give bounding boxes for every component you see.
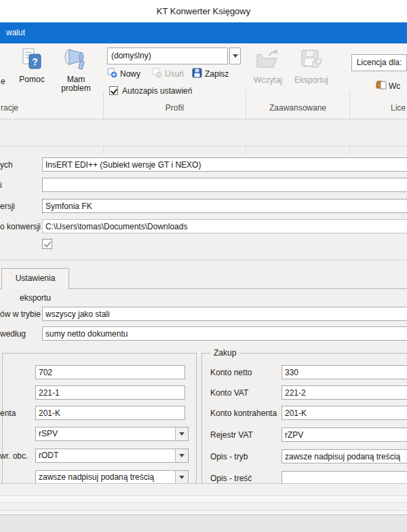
purchase-net-account-label: Konto netto (210, 368, 252, 377)
target-format-input[interactable] (42, 199, 407, 213)
purchase-group-title: Zakup (210, 348, 239, 358)
status-strip (0, 483, 407, 495)
help-button-label: Pomoc (12, 75, 52, 84)
conversion-folder-label: o konwersji (0, 222, 41, 231)
chevron-down-icon[interactable] (175, 471, 188, 484)
target-format-label: ersji (0, 202, 15, 211)
purchase-contractor-account-input[interactable] (282, 406, 407, 420)
profile-select-arrow-button[interactable] (229, 48, 241, 64)
license-load-label: Wc (389, 81, 400, 91)
export-mode-label: ów w trybie (0, 309, 41, 319)
delete-button-label: Usuń (165, 69, 184, 79)
purchase-vat-account-label: Konto VAT (210, 388, 248, 398)
sales-vat-register-select[interactable]: rSPV (35, 427, 189, 441)
autosave-checkbox[interactable] (109, 86, 118, 95)
open-folder-icon (254, 63, 282, 73)
chevron-down-icon[interactable] (175, 449, 188, 462)
purchase-vat-register-input[interactable] (282, 428, 407, 442)
app-window: KT Konwerter Księgowy walut e ? Pomoc (0, 0, 407, 532)
report-problem-label: Mam problem (54, 75, 98, 93)
export-by-label: według (0, 329, 26, 339)
group-label-license: Lice (391, 103, 406, 113)
svg-text:?: ? (32, 56, 38, 67)
delete-icon (152, 68, 162, 80)
select-value: rODT (39, 451, 174, 460)
export-by-input[interactable] (42, 326, 407, 341)
save-button-label: Zapisz (205, 69, 229, 79)
chevron-down-icon (233, 54, 238, 58)
group-label-profile: Profil (104, 103, 246, 113)
export-mode-input[interactable] (42, 307, 407, 321)
status-strip (0, 502, 407, 510)
purchase-contractor-account-label: Konto kontrahenta (210, 408, 277, 418)
new-icon (107, 68, 117, 80)
title-bar: KT Konwerter Księgowy (0, 0, 407, 22)
delete-profile-button[interactable]: Usuń (152, 68, 184, 80)
purchase-net-account-input[interactable] (282, 365, 407, 379)
purchase-vat-account-input[interactable] (282, 385, 407, 400)
conversion-folder-input[interactable] (42, 219, 407, 233)
second-field-label: i (0, 180, 2, 190)
source-format-label: ych (0, 160, 13, 170)
form-checkbox[interactable] (42, 239, 52, 249)
save-profile-button[interactable]: Zapisz (192, 68, 229, 80)
select-value: zawsze nadpisuj podaną treścią (39, 472, 174, 482)
sales-vat-account-input[interactable] (35, 385, 185, 400)
sales-contractor-account-label: enta (0, 408, 16, 418)
help-button[interactable]: ? Pomoc (12, 48, 52, 84)
chevron-down-icon[interactable] (175, 428, 188, 440)
export-settings-label: Eksportuj (290, 76, 332, 85)
group-label-operations: racje (1, 103, 18, 113)
export-disk-icon (299, 63, 324, 73)
toolbar-spacer (0, 119, 407, 147)
select-value: rSPV (39, 429, 174, 438)
purchase-vat-register-label: Rejestr VAT (210, 430, 253, 440)
help-icon: ? (12, 48, 52, 74)
sales-reverse-charge-label: wr. obc. (0, 451, 28, 461)
new-button-label: Nowy (120, 69, 140, 79)
save-icon (192, 68, 202, 80)
new-profile-button[interactable]: Nowy (107, 68, 140, 80)
separator-line (0, 260, 407, 261)
load-settings-label: Wczytaj (248, 76, 288, 85)
sales-description-mode-select[interactable]: zawsze nadpisuj podaną treścią (35, 470, 189, 484)
cutoff-button[interactable]: e (1, 77, 5, 86)
sales-net-account-input[interactable] (35, 365, 185, 379)
sales-contractor-account-input[interactable] (35, 406, 185, 420)
status-bar (0, 514, 407, 532)
status-strip (0, 495, 407, 502)
source-format-input[interactable] (42, 157, 407, 172)
ribbon-tab-strip: walut (0, 22, 407, 43)
purchase-description-mode-input[interactable] (282, 449, 407, 463)
purchase-description-text-label: Opis - treść (210, 474, 252, 483)
megaphone-icon (63, 64, 89, 74)
license-load-button[interactable]: Wc (376, 79, 400, 92)
tab-export-settings[interactable]: Ustawienia eksportu (1, 268, 69, 289)
autosave-label: Autozapis ustawień (122, 86, 192, 96)
purchase-description-mode-label: Opis - tryb (210, 452, 248, 461)
sales-reverse-charge-select[interactable]: rODT (35, 449, 189, 463)
report-problem-button[interactable]: Mam problem (54, 48, 98, 93)
load-settings-button[interactable]: Wczytaj (248, 49, 288, 85)
group-label-advanced: Zaawansowane (246, 103, 349, 113)
ribbon-tab-walut[interactable]: walut (2, 22, 29, 43)
profile-select[interactable]: (domyślny) (107, 48, 228, 64)
license-icon (376, 79, 387, 92)
checkmark-icon (111, 87, 117, 94)
window-title: KT Konwerter Księgowy (0, 0, 407, 22)
export-settings-button[interactable]: Eksportuj (290, 49, 332, 85)
license-for-button[interactable]: Licencja dla: (351, 54, 407, 71)
profile-select-value: (domyślny) (111, 48, 151, 64)
second-field-input[interactable] (42, 178, 407, 192)
checkmark-icon (43, 240, 51, 248)
